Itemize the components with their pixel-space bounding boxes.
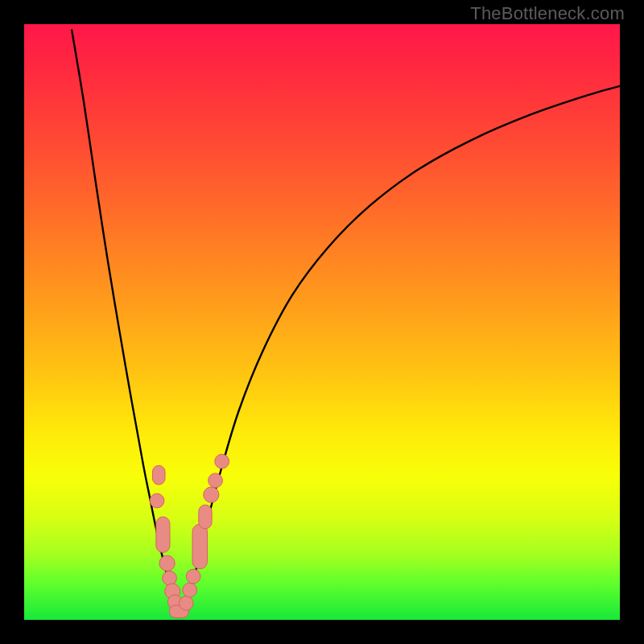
data-marker (208, 473, 223, 488)
plot-area (24, 24, 620, 620)
curve-right-branch (182, 86, 620, 614)
data-marker (152, 465, 165, 485)
data-marker (150, 493, 164, 508)
data-marker (215, 454, 229, 469)
watermark-text: TheBottleneck.com (470, 3, 625, 24)
data-marker (186, 569, 200, 584)
chart-svg (24, 24, 620, 620)
data-marker (183, 583, 197, 597)
data-marker (159, 555, 175, 571)
data-marker (204, 487, 219, 502)
data-marker (156, 517, 170, 552)
chart-frame: TheBottleneck.com (0, 0, 644, 644)
data-marker (199, 505, 212, 529)
data-marker (163, 571, 177, 585)
data-marker (179, 596, 193, 610)
data-markers (150, 454, 229, 617)
data-marker (192, 524, 207, 569)
